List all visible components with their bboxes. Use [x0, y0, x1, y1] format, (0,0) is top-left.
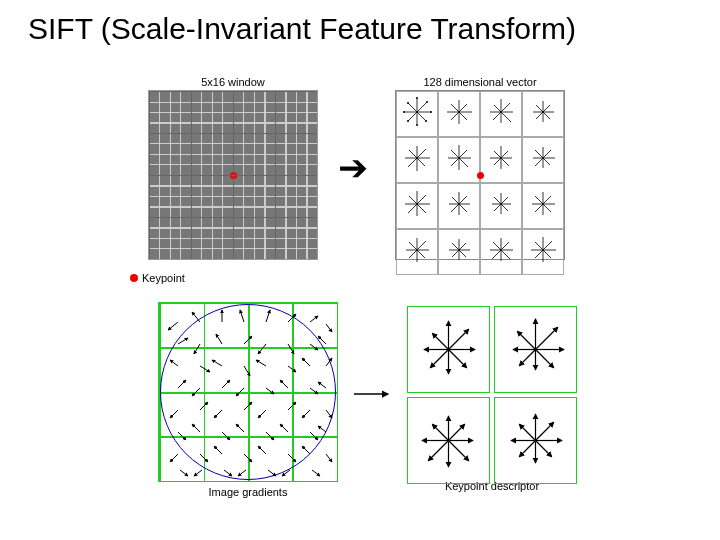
svg-line-5: [408, 112, 417, 121]
svg-line-43: [417, 158, 425, 166]
svg-line-91: [501, 204, 508, 211]
svg-line-219: [449, 441, 469, 461]
hist-cell: [438, 229, 480, 275]
svg-point-11: [425, 120, 427, 122]
svg-line-119: [452, 243, 459, 250]
svg-line-160: [178, 380, 186, 388]
svg-line-137: [192, 312, 200, 322]
svg-line-81: [459, 196, 467, 204]
descriptor-cell: [494, 306, 577, 393]
svg-line-71: [535, 150, 543, 158]
svg-line-191: [326, 454, 332, 462]
svg-line-45: [408, 158, 417, 167]
svg-line-188: [258, 446, 266, 454]
svg-line-153: [200, 366, 210, 372]
svg-line-223: [432, 424, 448, 440]
svg-line-163: [236, 388, 244, 396]
svg-line-73: [417, 195, 426, 204]
svg-line-169: [200, 402, 208, 410]
caption-128vec: 128 dimensional vector: [395, 76, 565, 88]
svg-line-63: [494, 151, 501, 158]
descriptor-cell: [407, 397, 490, 484]
svg-line-113: [459, 243, 466, 250]
svg-line-170: [214, 410, 222, 418]
svg-line-27: [501, 112, 511, 122]
svg-line-131: [543, 250, 551, 258]
svg-line-31: [494, 105, 501, 112]
svg-line-178: [222, 432, 230, 440]
hist-cell: [522, 183, 564, 229]
svg-line-69: [535, 158, 543, 166]
svg-line-221: [428, 441, 448, 461]
svg-line-147: [244, 336, 252, 344]
svg-line-227: [536, 441, 552, 457]
svg-line-181: [280, 424, 288, 432]
svg-line-201: [449, 329, 469, 349]
svg-line-141: [288, 314, 296, 322]
svg-line-51: [459, 158, 468, 167]
svg-line-198: [312, 470, 320, 476]
svg-line-127: [493, 242, 501, 250]
svg-line-140: [266, 310, 270, 322]
svg-line-67: [543, 158, 550, 165]
svg-line-172: [258, 410, 266, 418]
svg-line-41: [417, 149, 426, 158]
hist-cell: [480, 229, 522, 275]
svg-line-195: [238, 470, 246, 476]
svg-line-171: [244, 402, 252, 410]
svg-line-203: [449, 350, 467, 368]
svg-line-49: [459, 150, 467, 158]
fig-gradients: Image gradients: [158, 302, 338, 498]
svg-point-13: [407, 120, 409, 122]
svg-line-87: [452, 197, 459, 204]
hist-cell: [438, 183, 480, 229]
hist-cell: [396, 183, 438, 229]
svg-line-167: [318, 382, 326, 388]
svg-line-173: [288, 402, 296, 410]
svg-point-12: [416, 124, 418, 126]
svg-line-145: [194, 344, 200, 354]
svg-line-231: [519, 424, 535, 440]
svg-line-89: [501, 197, 508, 204]
svg-line-29: [493, 112, 501, 120]
svg-line-193: [194, 470, 202, 476]
svg-line-179: [236, 424, 244, 432]
grid-4x4-histograms: [395, 90, 565, 260]
svg-line-79: [409, 196, 417, 204]
grid-16x16: [148, 90, 318, 260]
caption-gradients: Image gradients: [158, 486, 338, 498]
svg-line-165: [280, 380, 288, 388]
svg-line-103: [535, 196, 543, 204]
svg-line-148: [258, 344, 266, 354]
svg-line-129: [543, 241, 552, 250]
svg-line-180: [266, 432, 274, 440]
svg-line-107: [417, 250, 425, 258]
svg-line-55: [451, 150, 459, 158]
svg-line-157: [288, 366, 296, 372]
descriptor-cell: [407, 306, 490, 393]
svg-line-77: [408, 204, 417, 213]
svg-line-150: [310, 344, 318, 350]
svg-line-39: [536, 105, 543, 112]
svg-line-57: [501, 151, 508, 158]
hist-cell: [396, 137, 438, 183]
svg-line-155: [244, 366, 250, 376]
gradients-box: [158, 302, 338, 482]
svg-line-211: [536, 350, 554, 368]
fig-window: 5x16 window: [148, 76, 318, 260]
svg-line-109: [409, 250, 417, 258]
svg-line-151: [318, 336, 326, 344]
svg-line-139: [240, 310, 244, 322]
svg-line-105: [417, 241, 426, 250]
svg-line-209: [536, 327, 558, 349]
svg-point-8: [416, 97, 418, 99]
svg-line-111: [409, 242, 417, 250]
svg-line-19: [459, 112, 467, 120]
svg-line-23: [451, 104, 459, 112]
svg-line-217: [449, 424, 465, 440]
hist-cell: [522, 229, 564, 275]
legend-keypoint: Keypoint: [130, 272, 185, 284]
svg-line-95: [494, 197, 501, 204]
svg-line-175: [326, 410, 332, 418]
page-title: SIFT (Scale-Invariant Feature Transform): [28, 12, 576, 46]
